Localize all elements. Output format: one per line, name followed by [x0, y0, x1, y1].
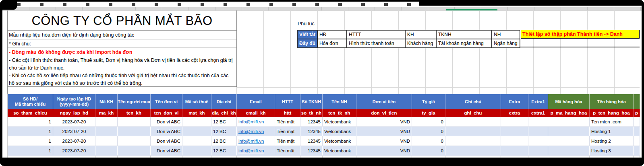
cell-ma_kh-row2[interactable]: [95, 127, 118, 136]
column-header-email_kh[interactable]: Email: [237, 94, 275, 109]
cell-so_tk_nh-row4[interactable]: 12345: [300, 146, 323, 156]
column-code-p_ten_hang_hoa[interactable]: p_ten_hang_hoa: [590, 109, 634, 117]
cell-extra1-row3[interactable]: [528, 136, 548, 146]
appendix-abbr-5[interactable]: NH: [492, 31, 520, 39]
notes-body[interactable]: - Các cột Hình thức thanh toán, Thuế suấ…: [9, 57, 234, 87]
cell-don_vi_tien-row3[interactable]: VND: [356, 136, 412, 146]
cell-ten_kh-row2[interactable]: [118, 127, 151, 136]
cell-ghi_chu-row1[interactable]: [445, 117, 501, 127]
email-link[interactable]: info@mifi.vn: [238, 119, 264, 124]
cell-ty_gia-row2[interactable]: 0: [412, 127, 445, 136]
cell-ma_kh-row3[interactable]: [95, 136, 118, 146]
column-code-email_kh[interactable]: email_kh: [237, 109, 275, 117]
cell-ten_tk_nh-row1[interactable]: Vietcombank: [323, 117, 356, 127]
cell-don_vi_tien-row4[interactable]: VND: [356, 146, 412, 156]
cell-httt-row2[interactable]: Tiền mặt: [275, 127, 300, 136]
cell-extra1-row4[interactable]: [528, 146, 548, 156]
column-header-ten_don_vi[interactable]: Tên đơn vị: [151, 94, 182, 109]
cell-ten_tk_nh-row2[interactable]: Vietcombank: [323, 127, 356, 136]
cell-ten_kh-row4[interactable]: [118, 146, 151, 156]
appendix-full-label[interactable]: Đầy đủ: [298, 39, 318, 48]
cell-ten_kh-row3[interactable]: [118, 136, 151, 146]
subtitle-cell[interactable]: Mẫu nhập liệu hóa đơn điện tử định dạng …: [9, 31, 234, 39]
cell-httt-row3[interactable]: Tiền mặt: [275, 136, 300, 146]
cell-p_ten_hang_hoa-row4[interactable]: Hosting 3: [590, 146, 634, 156]
column-header-p_ma_hang_hoa[interactable]: Mã hàng hóa: [548, 94, 590, 109]
cell-so_tk_nh-row1[interactable]: 12345: [300, 117, 323, 127]
cell-ngay_lap_hd-row2[interactable]: 2023-07-20: [53, 127, 95, 136]
cell-p_ten_hang_hoa-row3[interactable]: Hosting 2: [590, 136, 634, 146]
cell-ma_kh-row1[interactable]: [95, 117, 118, 127]
cell-email_kh-row1[interactable]: info@mifi.vn: [237, 117, 275, 127]
cell-extra1-row2[interactable]: [528, 127, 548, 136]
cell-p-row3[interactable]: [634, 136, 640, 146]
cell-p-row4[interactable]: [634, 146, 640, 156]
column-code-ten_kh[interactable]: ten_kh: [118, 109, 151, 117]
cell-ten_tk_nh-row3[interactable]: Vietcombank: [323, 136, 356, 146]
cell-p_ma_hang_hoa-row3[interactable]: [548, 136, 590, 146]
column-header-p_ten_hang_hoa[interactable]: Tên hàng hóa: [590, 94, 634, 109]
column-header-mst_kh[interactable]: Mã số thuế: [182, 94, 211, 109]
appendix-full-1[interactable]: Hóa đơn: [318, 39, 347, 48]
cell-httt-row1[interactable]: Tiền mặt: [275, 117, 300, 127]
cell-dia_chi_kh-row3[interactable]: 12 BC: [211, 136, 237, 146]
cell-ghi_chu-row2[interactable]: [445, 127, 501, 136]
column-code-p[interactable]: p: [634, 109, 640, 117]
cell-ngay_lap_hd-row1[interactable]: 2023-07-20: [53, 117, 95, 127]
appendix-abbr-4[interactable]: TKNH: [437, 31, 492, 39]
column-code-dia_chi_kh[interactable]: dia_chi_kh: [211, 109, 237, 117]
appendix-abbr-label[interactable]: Viết tắt: [298, 31, 318, 39]
column-code-extra1[interactable]: extra1: [528, 109, 548, 117]
column-header-ma_kh[interactable]: Mã KH: [95, 94, 118, 109]
appendix-abbr-1[interactable]: HĐ: [318, 31, 347, 39]
cell-so_tham_chieu-row2[interactable]: 1: [8, 127, 53, 136]
cell-email_kh-row3[interactable]: info@mifi.vn: [237, 136, 275, 146]
column-header-p[interactable]: [634, 94, 640, 109]
column-header-ngay_lap_hd[interactable]: Ngày tạo lập HĐ (yyyy-mm-dd): [53, 94, 95, 109]
cell-p-row2[interactable]: [634, 127, 640, 136]
cell-extra-row1[interactable]: [501, 117, 528, 127]
appendix-abbr-2[interactable]: HTTT: [347, 31, 406, 39]
cell-ma_kh-row4[interactable]: [95, 146, 118, 156]
column-code-ngay_lap_hd[interactable]: ngay_lap_hd: [53, 109, 95, 117]
cell-extra-row3[interactable]: [501, 136, 528, 146]
column-header-so_tk_nh[interactable]: Số TKNH: [300, 94, 323, 109]
column-code-extra[interactable]: extra: [501, 109, 528, 117]
column-code-ten_don_vi[interactable]: ten_don_vi: [151, 109, 182, 117]
column-code-don_vi_tien[interactable]: don_vi_tien: [356, 109, 412, 117]
cell-p_ma_hang_hoa-row2[interactable]: [548, 127, 590, 136]
cell-p-row1[interactable]: [634, 117, 640, 127]
cell-ten_don_vi-row2[interactable]: Don vi ABC: [151, 127, 182, 136]
cell-dia_chi_kh-row2[interactable]: 12 BC: [211, 127, 237, 136]
red-warning-note[interactable]: - Dòng màu đỏ không được xóa khi import …: [9, 49, 234, 56]
column-header-so_tham_chieu[interactable]: Số HĐ/ Mã tham chiếu: [8, 94, 53, 109]
appendix-full-2[interactable]: Hình thức thanh toán: [347, 39, 406, 48]
column-code-ma_kh[interactable]: ma_kh: [95, 109, 118, 117]
cell-so_tham_chieu-row4[interactable]: 1: [8, 146, 53, 156]
cell-don_vi_tien-row1[interactable]: VND: [356, 117, 412, 127]
column-code-ten_tk_nh[interactable]: ten_tk_nh: [323, 109, 356, 117]
column-header-ghi_chu[interactable]: Ghi chú: [445, 94, 501, 109]
cell-p_ten_hang_hoa-row2[interactable]: Hosting 1: [590, 127, 634, 136]
cell-email_kh-row4[interactable]: info@mifi.vn: [237, 146, 275, 156]
column-header-don_vi_tien[interactable]: Đơn vị tiền: [356, 94, 412, 109]
cell-p_ma_hang_hoa-row4[interactable]: [548, 146, 590, 156]
cell-so_tk_nh-row3[interactable]: 12345: [300, 136, 323, 146]
cell-so_tham_chieu-row1[interactable]: 1: [8, 117, 53, 127]
cell-extra1-row1[interactable]: [528, 117, 548, 127]
cell-email_kh-row2[interactable]: info@mifi.vn: [237, 127, 275, 136]
email-link[interactable]: info@mifi.vn: [238, 148, 264, 153]
cell-p_ma_hang_hoa-row1[interactable]: [548, 117, 590, 127]
column-header-ty_gia[interactable]: Tỷ giá: [412, 94, 445, 109]
cell-ngay_lap_hd-row4[interactable]: 2023-07-20: [53, 146, 95, 156]
cell-extra-row4[interactable]: [501, 146, 528, 156]
cell-ten_kh-row1[interactable]: [118, 117, 151, 127]
appendix-abbr-3[interactable]: KH: [406, 31, 437, 39]
cell-ten_don_vi-row3[interactable]: Don vi ABC: [151, 136, 182, 146]
cell-don_vi_tien-row2[interactable]: VND: [356, 127, 412, 136]
cell-so_tk_nh-row2[interactable]: 12345: [300, 127, 323, 136]
column-header-ten_tk_nh[interactable]: Tên NH: [323, 94, 356, 109]
column-header-extra[interactable]: Extra: [501, 94, 528, 109]
column-code-ghi_chu[interactable]: ghi_chu: [445, 109, 501, 117]
column-code-httt[interactable]: httt: [275, 109, 300, 117]
